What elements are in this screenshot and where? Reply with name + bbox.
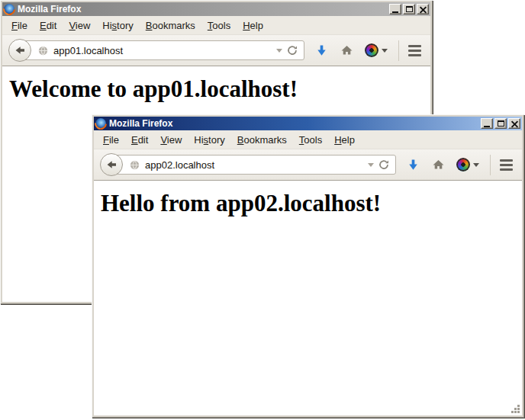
label-text: ools	[304, 134, 322, 146]
window-title: Mozilla Firefox	[109, 118, 478, 129]
label-text: F	[11, 20, 18, 31]
menu-bookmarks[interactable]: Bookmarks	[231, 132, 293, 148]
toolbar-separator	[398, 40, 399, 61]
label-text: H	[243, 20, 250, 31]
home-icon	[432, 159, 445, 171]
window-title: Mozilla Firefox	[18, 4, 386, 14]
download-button[interactable]	[407, 159, 420, 172]
page-heading: Hello from app02.localhost!	[101, 190, 522, 217]
label-text: elp	[250, 20, 263, 31]
label-text: tory	[117, 20, 134, 31]
url-text: app01.localhost	[53, 45, 123, 56]
menu-edit[interactable]: Edit	[125, 132, 154, 148]
urlbar-dropdown-icon[interactable]	[368, 163, 374, 167]
maximize-button[interactable]	[403, 4, 415, 14]
menu-tools[interactable]: Tools	[201, 18, 237, 34]
menu-edit[interactable]: Edit	[34, 18, 63, 34]
close-button[interactable]	[417, 4, 429, 14]
menu-view[interactable]: View	[154, 132, 188, 148]
reload-icon[interactable]	[378, 159, 389, 170]
menu-tools[interactable]: Tools	[293, 132, 328, 148]
firefox-logo-icon	[95, 118, 106, 129]
chevron-down-icon	[382, 49, 388, 53]
label-text: elp	[342, 134, 355, 146]
label-text: Hi	[102, 20, 111, 31]
window-controls	[481, 118, 520, 129]
color-wheel-button[interactable]	[365, 43, 388, 57]
menu-file[interactable]: File	[5, 18, 34, 34]
chevron-down-icon	[473, 163, 479, 167]
toolbar-separator	[490, 155, 491, 175]
label-text: ookmarks	[243, 134, 286, 146]
maximize-icon	[498, 120, 504, 127]
color-wheel-icon	[365, 43, 378, 57]
maximize-button[interactable]	[494, 118, 507, 129]
color-wheel-button[interactable]	[456, 158, 479, 172]
minimize-icon	[484, 126, 490, 127]
navigation-toolbar: app01.localhost	[2, 34, 430, 66]
titlebar[interactable]: Mozilla Firefox	[94, 117, 522, 130]
menu-help[interactable]: Help	[237, 18, 269, 34]
home-button[interactable]	[432, 159, 445, 171]
download-arrow-icon	[315, 44, 328, 57]
menu-bar: File Edit View History Bookmarks Tools H…	[94, 130, 522, 149]
home-button[interactable]	[340, 44, 353, 56]
menu-view[interactable]: View	[63, 18, 96, 34]
navigation-toolbar: app02.localhost	[94, 149, 522, 181]
label-text: iew	[76, 20, 91, 31]
menu-button[interactable]	[408, 45, 421, 56]
urlbar-dropdown-icon[interactable]	[276, 49, 282, 53]
download-button[interactable]	[315, 44, 328, 57]
label-text: iew	[167, 134, 182, 146]
close-icon	[511, 120, 518, 127]
url-text: app02.localhost	[145, 159, 214, 171]
label-text: Hi	[194, 134, 203, 146]
hamburger-menu-icon	[500, 159, 513, 162]
back-button[interactable]	[8, 39, 31, 62]
globe-icon[interactable]	[129, 159, 140, 171]
menu-bar: File Edit View History Bookmarks Tools H…	[2, 16, 430, 34]
back-arrow-icon	[14, 44, 26, 56]
minimize-icon	[392, 11, 398, 13]
label-text: V	[160, 134, 166, 146]
label-text: E	[131, 134, 138, 146]
home-icon	[340, 44, 353, 56]
minimize-button[interactable]	[389, 4, 401, 14]
minimize-button[interactable]	[481, 118, 493, 129]
label-text: dit	[138, 134, 149, 146]
label-text: E	[40, 20, 47, 31]
label-text: ile	[109, 134, 119, 146]
menu-history[interactable]: History	[188, 132, 230, 148]
color-wheel-icon	[456, 158, 470, 172]
label-text: dit	[47, 20, 57, 31]
menu-help[interactable]: Help	[328, 132, 361, 148]
back-button[interactable]	[100, 153, 123, 176]
close-button[interactable]	[508, 118, 520, 129]
window-controls	[389, 4, 429, 14]
url-bar[interactable]: app02.localhost	[111, 155, 396, 175]
reload-icon[interactable]	[287, 45, 298, 56]
label-text: ile	[18, 20, 27, 31]
maximize-icon	[406, 6, 413, 12]
label-text: tory	[208, 134, 225, 146]
hamburger-menu-icon	[408, 45, 421, 47]
menu-file[interactable]: File	[97, 132, 125, 148]
label-text: ookmarks	[152, 20, 195, 31]
page-content: Hello from app02.localhost!	[94, 181, 522, 415]
back-arrow-icon	[105, 159, 118, 171]
label-text: H	[334, 134, 341, 146]
globe-icon[interactable]	[37, 45, 49, 56]
firefox-window-app02: Mozilla Firefox File Edit View History B…	[92, 114, 524, 418]
titlebar[interactable]: Mozilla Firefox	[2, 2, 430, 16]
download-arrow-icon	[407, 159, 420, 172]
menu-bookmarks[interactable]: Bookmarks	[140, 18, 201, 34]
firefox-logo-icon	[4, 4, 14, 14]
menu-button[interactable]	[500, 159, 513, 171]
close-icon	[420, 6, 427, 13]
resize-grip[interactable]	[511, 404, 520, 414]
label-text: F	[103, 134, 109, 146]
label-text: V	[69, 20, 75, 31]
label-text: ools	[212, 20, 230, 31]
url-bar[interactable]: app01.localhost	[20, 40, 304, 60]
menu-history[interactable]: History	[96, 18, 139, 34]
